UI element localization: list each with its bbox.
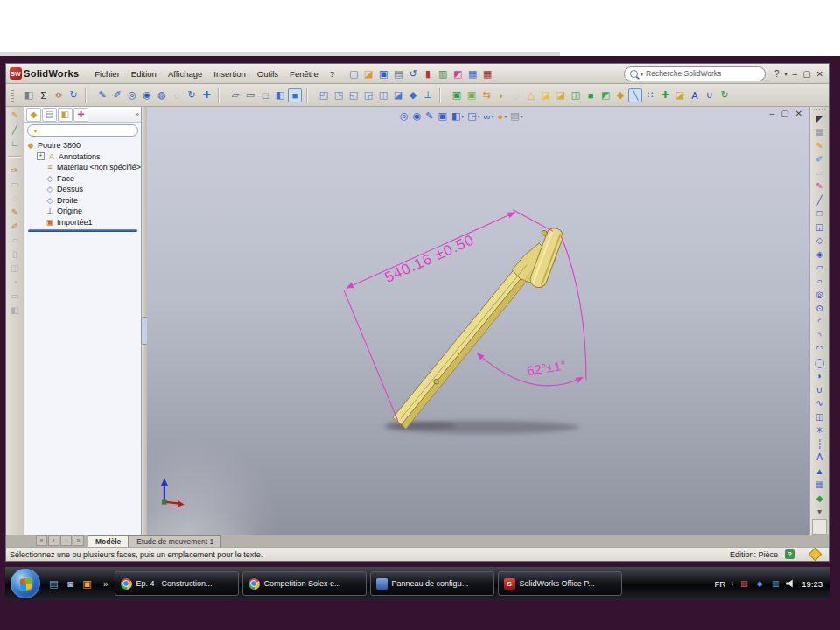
doc-minimize-button[interactable]: – (770, 108, 775, 118)
view-left-icon[interactable]: ◱ (346, 88, 360, 102)
feature-icon-7[interactable]: ▯ (9, 248, 21, 260)
view-front-icon[interactable]: ◰ (317, 88, 331, 102)
tree-item-annotations[interactable]: + A Annotations (37, 151, 141, 163)
menu-fichier[interactable]: Fichier (89, 67, 125, 80)
parabola-icon[interactable]: ∪ (814, 383, 826, 396)
search-input[interactable]: Recherche SolidWorks (646, 69, 721, 78)
tab-nav-first[interactable]: « (36, 536, 47, 546)
office-bell-icon[interactable]: △ (524, 88, 538, 102)
linear-dimension-text[interactable]: 540.16 ±0.50 (382, 232, 478, 286)
spline-icon[interactable]: ∿ (814, 397, 826, 410)
feature-icon-8[interactable]: ◫ (9, 262, 21, 274)
hud-scene-icon[interactable]: ▤ ▾ (509, 109, 523, 122)
sketch-3d-icon[interactable]: ✎ (814, 180, 826, 192)
line-tool-icon[interactable]: ╱ (814, 193, 826, 206)
parallelogram-icon[interactable]: ▱ (814, 262, 826, 274)
quick-launch-overflow[interactable]: » (103, 579, 108, 589)
tab-nav-prev[interactable]: ‹ (48, 536, 60, 546)
open-document-icon[interactable]: ◪ (361, 66, 375, 80)
office-export-icon[interactable]: ◫ (569, 88, 583, 102)
office-text-icon[interactable]: A (688, 88, 702, 102)
menu-edition[interactable]: Edition (126, 67, 162, 80)
rebuild-stoplight-icon[interactable]: ▮ (421, 66, 435, 80)
feature-icon-1[interactable]: ✑ (9, 164, 21, 176)
rotate-view-icon[interactable]: ↻ (185, 88, 199, 102)
view-isometric-icon[interactable]: ◆ (406, 88, 420, 102)
expand-icon[interactable] (37, 175, 43, 181)
taskbar-button-solidworks[interactable]: S SolidWorks Office P... (498, 571, 622, 596)
doc-close-button[interactable]: ✕ (795, 108, 802, 118)
grid-blue-icon[interactable]: ▦ (466, 66, 480, 80)
sketch-pencil-icon[interactable]: ✎ (9, 108, 21, 121)
search-box[interactable]: ▾ Recherche SolidWorks (624, 66, 766, 81)
office-move-icon[interactable]: ✚ (658, 88, 672, 102)
angle-dimension-text[interactable]: 62°±1° (526, 359, 567, 379)
expand-icon[interactable] (37, 164, 43, 171)
panel-overflow-chevron[interactable]: » (136, 110, 139, 118)
quick-tips-icon[interactable]: ? (785, 550, 794, 559)
help-button[interactable]: ? (774, 69, 780, 79)
menu-aide[interactable]: ? (325, 67, 340, 80)
toolbar-scroll-stub[interactable] (812, 519, 827, 535)
rebuild-icon[interactable]: ↻ (66, 88, 80, 102)
hidden-lines-removed-icon[interactable]: □ (258, 88, 272, 102)
minimize-button[interactable]: – (793, 69, 798, 79)
menu-outils[interactable]: Outils (252, 67, 284, 80)
sketch-picture-icon[interactable]: ▱ (814, 166, 826, 178)
office-icon-4[interactable]: ◗ (494, 88, 508, 102)
expand-icon[interactable] (37, 186, 43, 192)
tree-item-importee1[interactable]: ▣ Importée1 (37, 217, 141, 228)
graphics-viewport[interactable]: 540.16 ±0.50 62°±1° ◎ (147, 107, 809, 535)
feature-icon-4[interactable]: ✎ (9, 206, 21, 218)
instant3d-icon[interactable]: ◆ (814, 492, 826, 504)
feature-icon-10[interactable]: ▭ (9, 290, 21, 302)
wireframe-icon[interactable]: ▱ (228, 88, 242, 102)
save-icon[interactable]: ▣ (376, 66, 390, 80)
feature-icon-2[interactable]: ▭ (9, 178, 21, 190)
tangent-arc-icon[interactable]: ◝ (814, 329, 826, 341)
view-top-icon[interactable]: ◫ (376, 88, 390, 102)
toolbar-grip[interactable] (10, 88, 14, 103)
feature-icon-3[interactable]: ◌ (9, 192, 21, 204)
rectangle-3pt-icon[interactable]: ◇ (814, 234, 826, 247)
office-line-icon[interactable]: ╲ (628, 88, 642, 102)
hud-section-icon[interactable]: ▣ (438, 109, 449, 122)
polygon-icon[interactable]: ▲ (814, 465, 826, 477)
hud-section-view-icon[interactable]: ◧ ▾ (451, 109, 465, 122)
volume-icon[interactable] (786, 579, 794, 588)
expand-icon[interactable]: + (37, 152, 45, 160)
grid-snap-icon[interactable]: ▦ (814, 126, 826, 138)
tab-configurations[interactable]: ◧ (58, 108, 73, 122)
toolbar-grip[interactable] (814, 108, 826, 110)
office-folder-1[interactable]: ◪ (539, 88, 553, 102)
language-indicator[interactable]: FR (715, 579, 726, 589)
network-tray-icon[interactable]: ▥ (770, 578, 780, 589)
expand-icon[interactable] (37, 197, 43, 203)
office-dots-icon[interactable]: ∷ (643, 88, 657, 102)
tab-propertymanager[interactable]: ▤ (42, 108, 57, 122)
search-dropdown-icon[interactable]: ▾ (640, 71, 643, 77)
tree-item-face[interactable]: ◇ Face (37, 173, 141, 185)
ellipse-icon[interactable]: ◯ (814, 356, 826, 368)
office-pack-icon[interactable]: ◪ (673, 88, 687, 102)
office-folder-2[interactable]: ◪ (554, 88, 568, 102)
hud-display-style-icon[interactable]: ∞ ▾ (483, 109, 495, 122)
sketch-icon[interactable]: ✎ (814, 139, 826, 151)
help-dropdown-icon[interactable]: ▾ (785, 71, 788, 77)
office-icon-5[interactable]: ◌ (509, 88, 523, 102)
office-star-icon[interactable]: ◆ (613, 88, 627, 102)
expand-icon[interactable] (37, 219, 43, 225)
start-button[interactable] (10, 569, 40, 598)
sketch-text-icon[interactable]: A (814, 452, 826, 464)
shaded-icon[interactable]: ■ (288, 88, 302, 102)
grid-red-icon[interactable]: ▦ (480, 66, 494, 80)
close-button[interactable]: ✕ (816, 69, 823, 79)
quick-launch-app[interactable]: ▣ (80, 578, 94, 591)
security-tray-icon[interactable]: ▨ (738, 578, 749, 589)
taskbar-button-panneau-config[interactable]: Panneau de configu... (370, 571, 494, 596)
doc-restore-button[interactable]: ▢ (780, 108, 788, 118)
hud-appearance-icon[interactable]: ● ▾ (497, 109, 508, 122)
point-icon[interactable]: ✳ (814, 424, 826, 437)
quick-launch-switcher[interactable]: ◙ (64, 578, 77, 591)
expand-icon[interactable] (37, 208, 43, 214)
